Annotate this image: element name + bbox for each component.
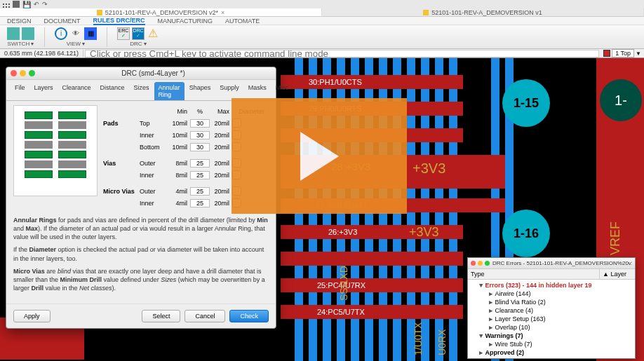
close-icon[interactable] (11, 70, 17, 76)
drc-description: Annular Rings for pads and vias are defi… (13, 216, 269, 292)
switch-label[interactable]: SWITCH ▾ (8, 41, 34, 47)
max-field[interactable]: 20mil (210, 144, 232, 151)
min-field[interactable]: 4mil (168, 200, 190, 207)
svg-rect-3 (3, 6, 4, 8)
layer-select[interactable]: 1 Top (612, 49, 634, 57)
pct-field[interactable] (190, 131, 210, 139)
view-label[interactable]: VIEW ▾ (67, 41, 86, 47)
net-label: SSI1XD (338, 266, 349, 301)
eye-icon[interactable]: 👁 (69, 27, 82, 40)
ribbon-tab-manufacturing[interactable]: MANUFACTURING (158, 18, 213, 25)
ribbon-tab-rules[interactable]: RULES DRC/ERC (93, 17, 145, 25)
play-icon (300, 132, 339, 181)
check-button[interactable]: Check (229, 310, 269, 322)
max-field[interactable]: 20mil (210, 188, 232, 195)
pct-field[interactable] (190, 119, 210, 128)
layer-swatch[interactable] (603, 50, 610, 57)
net-label: 30:PH1/U0CTS (309, 78, 362, 86)
grid-icon[interactable]: ▦ (84, 27, 97, 40)
max-field[interactable]: 20mil (210, 160, 232, 167)
doc-icon (423, 10, 429, 15)
col-layer[interactable]: ▲ Layer (600, 269, 635, 279)
drc-tab-clearance[interactable]: Clearance (58, 82, 95, 100)
net-label: 1/U0TX (412, 322, 424, 355)
warn-icon[interactable]: ⚠ (147, 27, 159, 40)
maximize-icon[interactable] (29, 70, 35, 76)
redo-icon[interactable]: ↷ (42, 1, 48, 8)
ribbon-tab-automate[interactable]: AUTOMATE (225, 18, 260, 25)
net-label: U0RX (436, 329, 448, 355)
tree-wirestub[interactable]: ▶Wire Stub (7) (471, 340, 632, 348)
drc-tab-shapes[interactable]: Shapes (185, 82, 215, 100)
drc-tab-sizes[interactable]: Sizes (130, 82, 154, 100)
errors-panel: DRC Errors - 52101-101-REV-A_DEMOVERSION… (467, 257, 636, 359)
drc-tab-file[interactable]: File (11, 82, 29, 100)
info-icon[interactable]: i (55, 27, 67, 40)
command-line[interactable] (85, 50, 599, 57)
pct-field[interactable] (190, 159, 210, 168)
net-label: VREF (608, 222, 623, 255)
pct-field[interactable] (190, 143, 210, 151)
undo-icon[interactable]: ↶ (34, 1, 39, 8)
minimize-icon[interactable] (478, 261, 483, 266)
via-label: 1- (615, 93, 627, 109)
tree-blind[interactable]: ▶Blind Via Ratio (2) (471, 298, 632, 306)
min-field[interactable]: 10mil (168, 144, 190, 151)
app-menu-icon[interactable] (3, 1, 10, 8)
drc-tab-layers[interactable]: Layers (30, 82, 58, 100)
max-field[interactable]: 20mil (210, 200, 232, 207)
doc-tab-label: 52101-101-REV-A_DEMOVERSION v2* (105, 9, 218, 16)
coordinates: 0.635 mm (42.198 64.121) (0, 50, 83, 57)
max-field[interactable]: 20mil (210, 172, 232, 179)
minimize-icon[interactable] (20, 70, 26, 76)
switch-icon-2[interactable] (22, 27, 34, 40)
pct-field[interactable] (190, 171, 210, 179)
chevron-down-icon[interactable]: ▼ (636, 50, 641, 57)
doc-tab-label: 52101-101-REV-A_DEMOVERSION v1 (431, 9, 542, 16)
min-field[interactable]: 4mil (168, 188, 190, 195)
pct-field[interactable] (190, 199, 210, 207)
svg-rect-4 (6, 6, 7, 8)
ribbon-tab-design[interactable]: DESIGN (7, 18, 32, 25)
tree-overlap[interactable]: ▶Overlap (10) (471, 323, 632, 332)
svg-rect-1 (6, 4, 7, 5)
doc-tab-2[interactable]: 52101-101-REV-A_DEMOVERSION v1 (322, 8, 644, 16)
tree-warnings[interactable]: ▼Warnings (7) (471, 332, 632, 340)
cancel-button[interactable]: Cancel (185, 310, 225, 322)
max-field[interactable]: 20mil (210, 120, 232, 127)
tree-layersetup[interactable]: ▶Layer Setup (163) (471, 315, 632, 323)
tree-errors[interactable]: ▼Errors (323) - 144 in hidden layer 19 (471, 281, 632, 290)
net-label: 24:PC5/U7TX (317, 308, 365, 316)
switch-icon-1[interactable] (7, 27, 20, 40)
pct-field[interactable] (190, 187, 210, 196)
min-field[interactable]: 10mil (168, 132, 190, 139)
close-icon[interactable] (471, 261, 476, 266)
doc-icon (97, 10, 102, 15)
drc-icon[interactable]: DRC✓ (132, 27, 145, 40)
min-field[interactable]: 10mil (168, 120, 190, 127)
drc-tab-annular[interactable]: Annular Ring (154, 82, 185, 100)
play-button[interactable] (232, 98, 407, 214)
maximize-icon[interactable] (485, 261, 490, 266)
drc-tab-distance[interactable]: Distance (96, 82, 129, 100)
tree-approved[interactable]: ▶Approved (2) (471, 348, 632, 357)
via-label: 1-16 (514, 226, 539, 241)
save-icon[interactable]: 💾 (22, 1, 31, 8)
tree-clearance[interactable]: ▶Clearance (4) (471, 306, 632, 315)
min-field[interactable]: 8mil (168, 172, 190, 179)
apply-button[interactable]: Apply (13, 310, 51, 322)
tree-airwire[interactable]: ▶Airwire (144) (471, 290, 632, 298)
net-label: 26:+3V3 (328, 228, 357, 236)
col-type[interactable]: Type (468, 269, 600, 279)
max-field[interactable]: 20mil (210, 132, 232, 139)
erc-icon[interactable]: ERC✓ (117, 27, 130, 40)
doc-tab-1[interactable]: 52101-101-REV-A_DEMOVERSION v2* × (0, 8, 322, 16)
drc-label[interactable]: DRC ▾ (130, 41, 147, 47)
min-field[interactable]: 8mil (168, 160, 190, 167)
svg-rect-2 (8, 4, 10, 5)
net-label: +3V3 (412, 161, 445, 177)
ribbon-tab-document[interactable]: DOCUMENT (44, 18, 81, 25)
close-icon[interactable]: × (221, 9, 224, 16)
tool-icon[interactable] (13, 1, 20, 8)
select-button[interactable]: Select (142, 310, 180, 322)
